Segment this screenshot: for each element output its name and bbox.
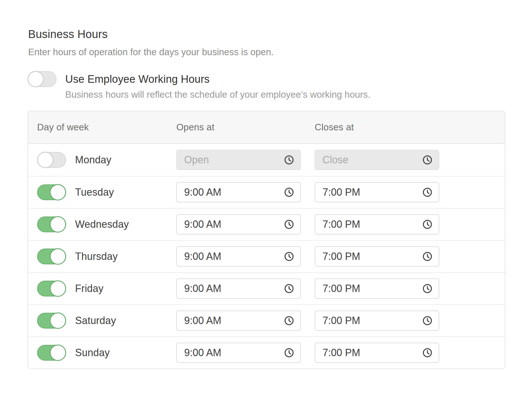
closes-at-input[interactable]	[315, 214, 439, 235]
column-header-day-of-week: Day of week	[37, 122, 176, 133]
day-label: Sunday	[75, 347, 110, 359]
closes-at-field	[315, 343, 439, 363]
closes-at-field	[315, 214, 439, 235]
toggle-knob	[50, 345, 66, 361]
page-title: Business Hours	[28, 27, 532, 41]
day-cell: Tuesday	[37, 184, 176, 200]
day-cell: Saturday	[37, 313, 176, 329]
table-row: Friday	[28, 272, 505, 304]
toggle-knob	[37, 152, 53, 168]
day-label: Tuesday	[75, 186, 114, 198]
toggle-knob	[50, 248, 66, 265]
opens-at-input	[176, 150, 301, 170]
day-label: Monday	[75, 154, 111, 166]
employee-hours-toggle[interactable]	[28, 71, 57, 87]
table-row: Monday	[28, 144, 505, 176]
employee-hours-section: Use Employee Working Hours Business hour…	[28, 71, 532, 100]
business-hours-table: Day of week Opens at Closes at Monday	[28, 111, 505, 369]
table-row: Sunday	[28, 336, 505, 369]
table-row: Tuesday	[28, 176, 505, 208]
opens-at-input[interactable]	[176, 278, 301, 299]
day-toggle[interactable]	[37, 249, 66, 264]
closes-at-field	[315, 182, 439, 202]
opens-at-field	[176, 343, 301, 363]
opens-at-input[interactable]	[176, 311, 301, 331]
closes-at-input[interactable]	[315, 182, 439, 202]
opens-at-input[interactable]	[176, 214, 301, 235]
opens-at-field	[176, 278, 301, 299]
day-toggle[interactable]	[37, 184, 66, 200]
day-toggle[interactable]	[37, 313, 66, 329]
table-header: Day of week Opens at Closes at	[28, 111, 505, 144]
closes-at-field	[315, 150, 439, 170]
business-hours-settings: Business Hours Enter hours of operation …	[0, 0, 532, 369]
closes-at-input[interactable]	[315, 278, 439, 299]
page-subtitle: Enter hours of operation for the days yo…	[28, 46, 532, 58]
closes-at-input[interactable]	[315, 343, 439, 363]
opens-at-input[interactable]	[176, 343, 301, 363]
table-row: Wednesday	[28, 208, 505, 240]
day-label: Saturday	[75, 315, 116, 327]
opens-at-field	[176, 182, 301, 202]
employee-hours-label: Use Employee Working Hours	[65, 71, 370, 87]
day-cell: Wednesday	[37, 216, 176, 232]
opens-at-field	[176, 214, 301, 235]
opens-at-input[interactable]	[176, 182, 301, 202]
employee-hours-text: Use Employee Working Hours Business hour…	[65, 71, 370, 100]
day-cell: Sunday	[37, 345, 176, 361]
day-label: Friday	[75, 283, 103, 294]
day-toggle[interactable]	[37, 152, 66, 168]
closes-at-field	[315, 311, 439, 331]
employee-hours-description: Business hours will reflect the schedule…	[65, 89, 370, 100]
opens-at-field	[176, 246, 301, 267]
table-row: Saturday	[28, 304, 505, 336]
day-label: Wednesday	[75, 218, 129, 230]
opens-at-field	[176, 150, 301, 170]
toggle-knob	[50, 216, 66, 233]
day-cell: Thursday	[37, 249, 176, 264]
closes-at-input[interactable]	[315, 311, 439, 331]
closes-at-field	[315, 246, 439, 267]
opens-at-input[interactable]	[176, 246, 301, 267]
day-label: Thursday	[75, 251, 118, 262]
toggle-knob	[50, 280, 66, 297]
column-header-opens-at: Opens at	[176, 122, 315, 133]
toggle-knob	[50, 312, 66, 329]
column-header-closes-at: Closes at	[315, 122, 439, 133]
closes-at-field	[315, 278, 439, 299]
day-cell: Friday	[37, 281, 176, 296]
business-hours-rows: Monday Tuesday	[28, 144, 505, 369]
toggle-knob	[50, 184, 66, 200]
day-toggle[interactable]	[37, 345, 66, 361]
table-row: Thursday	[28, 240, 505, 272]
day-toggle[interactable]	[37, 281, 66, 296]
day-toggle[interactable]	[37, 216, 66, 232]
closes-at-input[interactable]	[315, 246, 439, 267]
toggle-knob	[28, 71, 44, 87]
closes-at-input	[315, 150, 439, 170]
day-cell: Monday	[37, 152, 176, 168]
opens-at-field	[176, 311, 301, 331]
